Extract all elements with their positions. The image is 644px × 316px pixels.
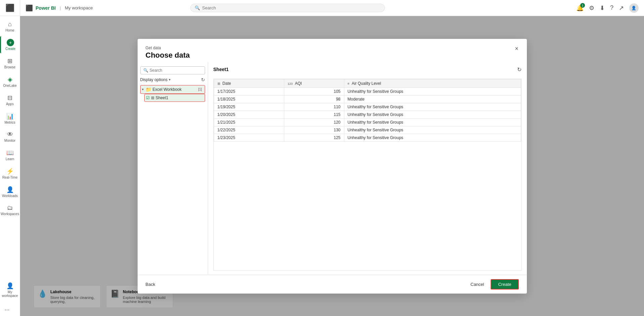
- tree-container: ▾ 📁 Excel Workbook [1] ☑ ⊞ Sheet1: [140, 85, 205, 271]
- power-query-modal: Get data Choose data × 🔍 Display options: [138, 39, 527, 294]
- sidebar-item-label: Monitor: [4, 139, 15, 142]
- share-button[interactable]: ↗: [619, 4, 624, 12]
- datasource-search-box[interactable]: 🔍: [140, 66, 205, 74]
- aqi-col-icon: 123: [288, 82, 293, 85]
- sidebar-more-button[interactable]: ...: [1, 301, 19, 316]
- sidebar-item-apps[interactable]: ⊟ Apps: [0, 91, 20, 109]
- download-button[interactable]: ⬇: [600, 4, 605, 12]
- cell-aqi: 105: [284, 87, 344, 95]
- search-icon: 🔍: [195, 5, 200, 10]
- sidebar-bottom: 👤 Myworkspace ...: [1, 279, 19, 316]
- sidebar-item-label: Metrics: [4, 121, 15, 124]
- sidebar-item-workspaces[interactable]: 🗂 Workspaces: [0, 202, 20, 218]
- cell-date: 1/18/2025: [214, 95, 284, 103]
- cell-aqi: 130: [284, 126, 344, 134]
- left-panel: 🔍 Display options ▾ ↻ ▾: [138, 62, 208, 275]
- sidebar-item-label: Real-Time: [2, 176, 18, 179]
- cell-aqi: 98: [284, 95, 344, 103]
- get-data-label: Get data: [146, 46, 519, 50]
- sidebar-item-myworkspace[interactable]: 👤 Myworkspace: [1, 279, 19, 300]
- sheet-tree-row: ☑ ⊞ Sheet1: [144, 94, 205, 102]
- create-button[interactable]: Create: [491, 279, 518, 290]
- more-dots-label: ...: [5, 305, 10, 312]
- cell-air-quality-level: Unhealthy for Sensitive Groups: [344, 126, 521, 134]
- cell-date: 1/21/2025: [214, 118, 284, 126]
- sidebar-item-monitor[interactable]: 👁 Monitor: [0, 128, 20, 145]
- table-header-row: ⊞ Date 123 AQI ≡: [214, 79, 521, 87]
- date-col-icon: ⊞: [217, 82, 220, 85]
- topbar-search-box[interactable]: 🔍: [190, 4, 385, 12]
- col-aqi-label: AQI: [295, 81, 302, 86]
- choose-data-title: Choose data: [146, 51, 519, 60]
- cell-air-quality-level: Unhealthy for Sensitive Groups: [344, 87, 521, 95]
- home-icon: ⌂: [8, 21, 12, 28]
- settings-button[interactable]: ⚙: [589, 4, 594, 12]
- table-body: 1/17/2025105Unhealthy for Sensitive Grou…: [214, 87, 521, 141]
- sidebar-item-label: Workspaces: [1, 212, 19, 216]
- app-name: Power BI: [36, 5, 56, 11]
- cell-air-quality-level: Moderate: [344, 95, 521, 103]
- cell-air-quality-level: Unhealthy for Sensitive Groups: [344, 118, 521, 126]
- excel-workbook-folder[interactable]: ▾ 📁 Excel Workbook [1]: [140, 85, 205, 94]
- table-header: ⊞ Date 123 AQI ≡: [214, 79, 521, 87]
- chevron-down-icon: ▾: [169, 78, 170, 81]
- sidebar-item-label: Apps: [6, 102, 14, 106]
- powerbi-logo-icon: ⬛: [5, 4, 14, 12]
- sidebar-item-label: Browse: [4, 65, 15, 69]
- metrics-icon: 📊: [6, 113, 14, 120]
- sidebar-item-learn[interactable]: 📖 Learn: [0, 146, 20, 164]
- col-air-quality: ≡ Air Quality Level: [344, 79, 521, 87]
- cell-date: 1/22/2025: [214, 126, 284, 134]
- avatar-initials: 👤: [631, 6, 636, 10]
- col-date: ⊞ Date: [214, 79, 284, 87]
- help-button[interactable]: ?: [610, 4, 613, 11]
- sidebar-item-label: Learn: [6, 157, 14, 161]
- col-air-quality-label: Air Quality Level: [352, 81, 381, 86]
- right-panel-header: Sheet1 ↻: [213, 66, 522, 76]
- sidebar-item-label: Home: [5, 28, 14, 32]
- topbar: ⬛ Power BI | My workspace 🔍 🔔 1 ⚙ ⬇ ?: [20, 0, 644, 16]
- sidebar-item-metrics[interactable]: 📊 Metrics: [0, 110, 20, 127]
- cell-aqi: 115: [284, 111, 344, 118]
- display-options-row[interactable]: Display options ▾ ↻: [140, 77, 205, 82]
- cell-date: 1/19/2025: [214, 103, 284, 111]
- sheet1-item[interactable]: ☑ ⊞ Sheet1: [144, 94, 205, 102]
- notification-button[interactable]: 🔔 1: [576, 4, 584, 12]
- datasource-search-input[interactable]: [150, 68, 202, 73]
- display-options-label: Display options: [140, 77, 167, 82]
- modal-body: 🔍 Display options ▾ ↻ ▾: [138, 62, 527, 275]
- sidebar-item-workloads[interactable]: 👤 Workloads: [0, 183, 20, 200]
- table-row: 1/23/2025125Unhealthy for Sensitive Grou…: [214, 134, 521, 141]
- sidebar-item-onelake[interactable]: ◈ OneLake: [0, 73, 20, 90]
- share-icon: ↗: [619, 5, 624, 11]
- learn-icon: 📖: [6, 149, 14, 156]
- cancel-button[interactable]: Cancel: [466, 280, 488, 289]
- topbar-search-input[interactable]: [202, 5, 381, 10]
- preview-refresh-button[interactable]: ↻: [517, 66, 522, 73]
- data-table: ⊞ Date 123 AQI ≡: [214, 79, 521, 142]
- sidebar-item-browse[interactable]: ⊞ Browse: [0, 55, 20, 72]
- sidebar-item-home[interactable]: ⌂ Home: [0, 18, 20, 35]
- page-area: 💧 Lakehouse Store big data for cleaning,…: [20, 16, 644, 316]
- workloads-icon: 👤: [6, 186, 14, 193]
- back-button[interactable]: Back: [146, 282, 155, 287]
- folder-icon: 📁: [146, 87, 151, 92]
- datasource-search-icon: 🔍: [143, 68, 148, 73]
- sheet-icon: ⊞: [151, 96, 154, 100]
- sidebar-item-label: Create: [5, 47, 15, 51]
- workspace-label[interactable]: My workspace: [65, 5, 93, 10]
- modal-close-button[interactable]: ×: [512, 44, 522, 54]
- modal-header: Get data Choose data ×: [138, 39, 527, 62]
- modal-footer: Back Cancel Create: [138, 275, 527, 294]
- table-row: 1/17/2025105Unhealthy for Sensitive Grou…: [214, 87, 521, 95]
- table-row: 1/19/2025110Unhealthy for Sensitive Grou…: [214, 103, 521, 111]
- preview-sheet-title: Sheet1: [213, 67, 229, 72]
- sidebar-item-create[interactable]: + Create: [0, 36, 20, 53]
- sidebar-item-realtime[interactable]: ⚡ Real-Time: [0, 165, 20, 182]
- col-aqi: 123 AQI: [284, 79, 344, 87]
- refresh-icon[interactable]: ↻: [201, 77, 205, 82]
- folder-badge: [1]: [197, 87, 203, 91]
- user-avatar[interactable]: 👤: [629, 3, 639, 13]
- folder-label: Excel Workbook: [153, 87, 182, 92]
- download-icon: ⬇: [600, 5, 605, 11]
